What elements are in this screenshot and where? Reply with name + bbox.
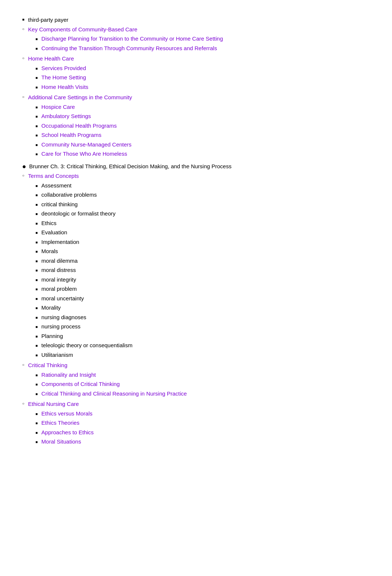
term-nursing-process: nursing process: [41, 323, 370, 331]
bullet-square: ■: [35, 183, 38, 189]
term-moral-problem: moral problem: [41, 285, 370, 293]
term-moral-dilemma: moral dilemma: [41, 257, 370, 265]
brunner-ch3-label: Brunner Ch. 3: Critical Thinking, Ethica…: [29, 162, 370, 171]
link-ethical-nursing[interactable]: Ethical Nursing Care: [28, 401, 79, 407]
link-discharge-planning[interactable]: Discharge Planning for Transition to the…: [41, 35, 223, 42]
bullet-circle: ○: [22, 363, 24, 367]
bullet-square: ■: [35, 202, 38, 207]
bullet-square: ■: [35, 239, 38, 245]
term-deontologic: deontologic or formalist theory: [41, 210, 370, 218]
term-utilitarianism: Utilitarianism: [41, 351, 370, 359]
bullet-square: ■: [35, 123, 38, 129]
link-continuing-transition[interactable]: Continuing the Transition Through Commun…: [41, 45, 217, 51]
bullet-square: ■: [35, 230, 38, 235]
bullet-square: ■: [35, 221, 38, 226]
bullet-square: ■: [35, 36, 38, 42]
page-container: ■ third-party payer ○ Key Components of …: [22, 16, 370, 576]
term-nursing-diagnoses: nursing diagnoses: [41, 313, 370, 322]
bullet-square: ■: [35, 439, 38, 445]
bullet-square: ■: [35, 132, 38, 138]
bullet-square: ■: [35, 430, 38, 435]
term-critical-thinking: critical thinking: [41, 200, 370, 209]
bullet-square: ■: [35, 211, 38, 217]
bullet-circle: ○: [22, 56, 24, 60]
bullet-square: ■: [35, 334, 38, 339]
bullet-square: ■: [35, 286, 38, 292]
link-critical-thinking[interactable]: Critical Thinking: [28, 362, 67, 368]
bullet-square: ■: [35, 372, 38, 378]
bullet-square: ■: [35, 352, 38, 358]
link-key-components[interactable]: Key Components of Community-Based Care: [28, 26, 137, 32]
link-school-health[interactable]: School Health Programs: [41, 132, 102, 138]
bullet-square: ■: [35, 114, 38, 119]
bullet-square: ■: [35, 249, 38, 254]
bullet-square: ■: [35, 268, 38, 273]
bullet-square: ■: [35, 66, 38, 71]
link-approaches-ethics[interactable]: Approaches to Ethics: [41, 429, 94, 435]
term-moral-integrity: moral integrity: [41, 276, 370, 284]
link-rationality[interactable]: Rationality and Insight: [41, 372, 96, 378]
term-evaluation: Evaluation: [41, 228, 370, 237]
term-implementation: Implementation: [41, 238, 370, 246]
bullet-circle: ○: [22, 27, 24, 31]
link-ethics-vs-morals[interactable]: Ethics versus Morals: [41, 410, 92, 417]
bullet-circle: ○: [22, 95, 24, 99]
bullet-square: ■: [35, 277, 38, 283]
bullet-square: ■: [35, 296, 38, 301]
term-moral-uncertainty: moral uncertainty: [41, 294, 370, 303]
bullet-circle: ○: [22, 173, 24, 177]
bullet-square: ■: [35, 420, 38, 426]
link-ethics-theories[interactable]: Ethics Theories: [41, 420, 79, 426]
link-services-provided[interactable]: Services Provided: [41, 65, 86, 71]
term-moral-distress: moral distress: [41, 266, 370, 275]
bullet-square: ■: [35, 382, 38, 387]
bullet-square: ■: [35, 391, 38, 397]
link-moral-situations[interactable]: Moral Situations: [41, 438, 81, 445]
link-additional-care[interactable]: Additional Care Settings in the Communit…: [28, 94, 132, 100]
bullet-square: ■: [35, 75, 38, 80]
term-planning: Planning: [41, 332, 370, 341]
bullet-square: ■: [35, 104, 38, 110]
link-homeless[interactable]: Care for Those Who Are Homeless: [41, 151, 127, 157]
bullet-square: ■: [35, 151, 38, 157]
link-home-setting[interactable]: The Home Setting: [41, 74, 86, 80]
bullet-square: ■: [35, 192, 38, 198]
link-terms-concepts[interactable]: Terms and Concepts: [28, 173, 79, 179]
term-morality: Morality: [41, 304, 370, 312]
term-morals: Morals: [41, 247, 370, 256]
link-ct-clinical[interactable]: Critical Thinking and Clinical Reasoning…: [41, 390, 187, 397]
bullet-square: ■: [35, 84, 38, 90]
bullet-square: ■: [35, 305, 38, 311]
link-hospice-care[interactable]: Hospice Care: [41, 104, 75, 110]
link-nurse-managed[interactable]: Community Nurse-Managed Centers: [41, 141, 131, 148]
bullet-square: ■: [22, 17, 24, 21]
bullet-square: ■: [35, 258, 38, 264]
bullet-square: ■: [35, 315, 38, 320]
link-components-ct[interactable]: Components of Critical Thinking: [41, 381, 120, 387]
item-text: third-party payer: [28, 16, 370, 24]
link-occupational-health[interactable]: Occupational Health Programs: [41, 123, 117, 129]
bullet-square: ■: [35, 142, 38, 148]
term-collaborative: collaborative problems: [41, 191, 370, 199]
link-home-health-care[interactable]: Home Health Care: [28, 55, 74, 62]
bullet-main: ●: [22, 163, 26, 170]
link-home-health-visits[interactable]: Home Health Visits: [41, 84, 88, 90]
bullet-square: ■: [35, 411, 38, 417]
term-ethics: Ethics: [41, 219, 370, 228]
bullet-circle: ○: [22, 401, 24, 406]
bullet-square: ■: [35, 343, 38, 348]
term-teleologic: teleologic theory or consequentialism: [41, 341, 370, 350]
link-ambulatory[interactable]: Ambulatory Settings: [41, 113, 91, 119]
term-assessment: Assessment: [41, 182, 370, 190]
bullet-square: ■: [35, 324, 38, 330]
bullet-square: ■: [35, 46, 38, 51]
